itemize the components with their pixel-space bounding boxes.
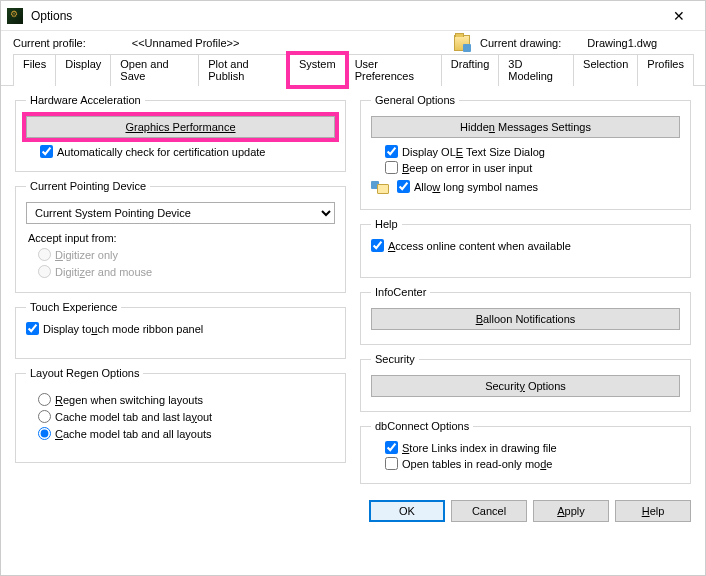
legend-general-options: General Options (371, 94, 459, 106)
legend-hardware-acceleration: Hardware Acceleration (26, 94, 145, 106)
group-hardware-acceleration: Hardware Acceleration Graphics Performan… (15, 94, 346, 172)
regen-switch-label: Regen when switching layouts (55, 394, 203, 406)
drawing-folder-icon (454, 35, 470, 51)
legend-layout-regen: Layout Regen Options (26, 367, 143, 379)
beep-error-label: Beep on error in user input (402, 162, 532, 174)
online-content-checkbox[interactable] (371, 239, 384, 252)
digitizer-and-mouse-radio (38, 265, 51, 278)
tab-open-and-save[interactable]: Open and Save (110, 54, 199, 86)
tab-plot-and-publish[interactable]: Plot and Publish (198, 54, 290, 86)
accept-input-from-label: Accept input from: (28, 232, 335, 244)
current-drawing-value: Drawing1.dwg (587, 37, 657, 49)
tab-profiles[interactable]: Profiles (637, 54, 694, 86)
security-options-button[interactable]: Security Options (371, 375, 680, 397)
ole-text-checkbox[interactable] (385, 145, 398, 158)
hidden-messages-button[interactable]: Hidden Messages Settings (371, 116, 680, 138)
allow-long-names-label: Allow long symbol names (414, 181, 538, 193)
touch-ribbon-checkbox[interactable] (26, 322, 39, 335)
current-drawing-label: Current drawing: (480, 37, 561, 49)
cache-all-label: Cache model tab and all layouts (55, 428, 212, 440)
group-layout-regen-options: Layout Regen Options Regen when switchin… (15, 367, 346, 463)
apply-button[interactable]: Apply (533, 500, 609, 522)
regen-switch-radio[interactable] (38, 393, 51, 406)
cache-last-radio[interactable] (38, 410, 51, 423)
digitizer-only-label: Digitizer only (55, 249, 118, 261)
auto-cert-update-checkbox[interactable] (40, 145, 53, 158)
tab-3d-modeling[interactable]: 3D Modeling (498, 54, 574, 86)
group-dbconnect-options: dbConnect Options Store Links index in d… (360, 420, 691, 484)
open-readonly-label: Open tables in read-only mode (402, 458, 552, 470)
allow-long-names-checkbox[interactable] (397, 180, 410, 193)
tab-selection[interactable]: Selection (573, 54, 638, 86)
balloon-notifications-button[interactable]: Balloon Notifications (371, 308, 680, 330)
current-profile-value: <<Unnamed Profile>> (132, 37, 240, 49)
cache-last-label: Cache model tab and last layout (55, 411, 212, 423)
legend-infocenter: InfoCenter (371, 286, 430, 298)
app-icon (7, 8, 23, 24)
tab-strip: Files Display Open and Save Plot and Pub… (1, 53, 705, 86)
group-help: Help Access online content when availabl… (360, 218, 691, 278)
group-security: Security Security Options (360, 353, 691, 412)
legend-security: Security (371, 353, 419, 365)
legend-help: Help (371, 218, 402, 230)
allow-long-names-icon (371, 179, 387, 195)
graphics-performance-button[interactable]: Graphics Performance (26, 116, 335, 138)
current-profile-label: Current profile: (13, 37, 86, 49)
window-title: Options (31, 9, 659, 23)
cache-all-radio[interactable] (38, 427, 51, 440)
group-general-options: General Options Hidden Messages Settings… (360, 94, 691, 210)
store-links-checkbox[interactable] (385, 441, 398, 454)
group-touch-experience: Touch Experience Display touch mode ribb… (15, 301, 346, 359)
help-button[interactable]: Help (615, 500, 691, 522)
tab-system[interactable]: System (289, 54, 346, 86)
tab-files[interactable]: Files (13, 54, 56, 86)
auto-cert-update-label: Automatically check for certification up… (57, 146, 266, 158)
online-content-label: Access online content when available (388, 240, 571, 252)
store-links-label: Store Links index in drawing file (402, 442, 557, 454)
ole-text-label: Display OLE Text Size Dialog (402, 146, 545, 158)
cancel-button[interactable]: Cancel (451, 500, 527, 522)
legend-dbconnect: dbConnect Options (371, 420, 473, 432)
group-infocenter: InfoCenter Balloon Notifications (360, 286, 691, 345)
legend-touch-experience: Touch Experience (26, 301, 121, 313)
digitizer-and-mouse-label: Digitizer and mouse (55, 266, 152, 278)
digitizer-only-radio (38, 248, 51, 261)
touch-ribbon-label: Display touch mode ribbon panel (43, 323, 203, 335)
group-current-pointing-device: Current Pointing Device Current System P… (15, 180, 346, 293)
tab-drafting[interactable]: Drafting (441, 54, 500, 86)
legend-current-pointing-device: Current Pointing Device (26, 180, 150, 192)
pointing-device-select[interactable]: Current System Pointing Device (26, 202, 335, 224)
ok-button[interactable]: OK (369, 500, 445, 522)
tab-user-preferences[interactable]: User Preferences (345, 54, 442, 86)
beep-error-checkbox[interactable] (385, 161, 398, 174)
tab-display[interactable]: Display (55, 54, 111, 86)
open-readonly-checkbox[interactable] (385, 457, 398, 470)
close-icon[interactable]: ✕ (659, 8, 699, 24)
